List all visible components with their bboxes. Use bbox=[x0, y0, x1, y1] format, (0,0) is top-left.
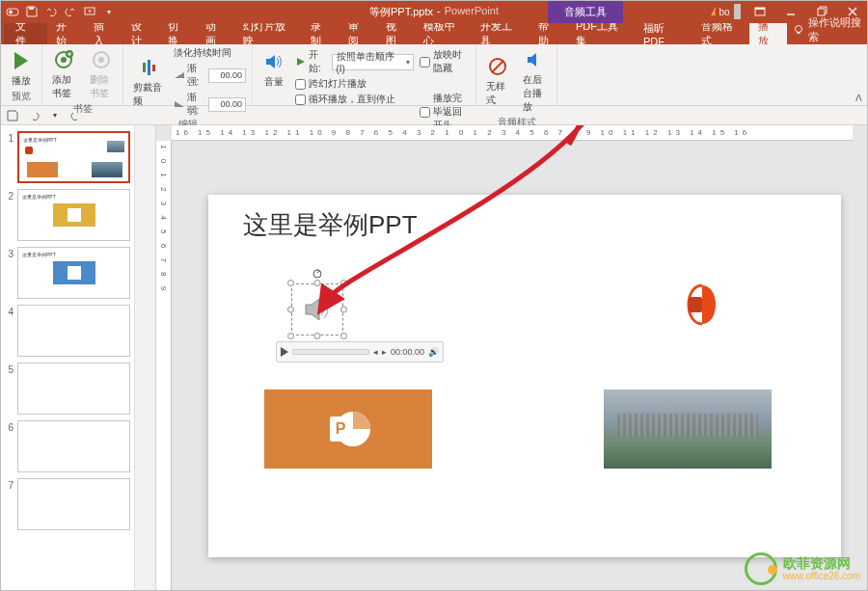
trim-audio-button[interactable]: 剪裁音频 bbox=[129, 54, 170, 110]
autosave-toggle[interactable] bbox=[6, 5, 19, 18]
tab-slideshow[interactable]: 幻灯片放映 bbox=[234, 23, 302, 44]
slide-number: 5 bbox=[4, 363, 14, 415]
tab-insert[interactable]: 插入 bbox=[85, 23, 122, 44]
tab-record[interactable]: 录制 bbox=[302, 23, 339, 44]
tab-design[interactable]: 设计 bbox=[122, 23, 160, 44]
skip-back-icon[interactable]: ◂ bbox=[373, 347, 378, 357]
thumbnail-7[interactable]: 7 bbox=[4, 478, 130, 530]
svg-point-22 bbox=[313, 270, 321, 278]
svg-rect-9 bbox=[818, 9, 825, 15]
avatar bbox=[734, 4, 741, 19]
ribbon-tabs: 文件 开始 插入 设计 切换 动画 幻灯片放映 录制 审阅 视图 模板中心 开发… bbox=[0, 23, 868, 44]
remove-bookmark-button[interactable]: 删除书签 bbox=[86, 46, 118, 102]
slideshow-icon[interactable] bbox=[83, 5, 96, 18]
watermark-title: 欧菲资源网 bbox=[783, 556, 860, 571]
thumbnail-6[interactable]: 6 bbox=[4, 420, 130, 472]
svg-rect-18 bbox=[148, 60, 150, 75]
across-slides-checkbox[interactable]: 跨幻灯片播放 bbox=[295, 77, 414, 91]
filename: 等例PPT.pptx bbox=[369, 5, 433, 19]
thumbnail-4[interactable]: 4 bbox=[4, 305, 130, 357]
seek-track[interactable] bbox=[292, 349, 369, 355]
contextual-tab-audio-tools: 音频工具 bbox=[548, 0, 623, 23]
outline-gutter bbox=[135, 125, 156, 591]
audio-playback-bar[interactable]: ◂ ▸ 00:00.00 🔊 bbox=[276, 341, 444, 363]
rotate-handle-icon[interactable] bbox=[312, 268, 323, 280]
group-audio-styles: 无样式 在后台播放 音频样式 bbox=[476, 44, 557, 105]
hide-checkbox[interactable]: 放映时隐藏 bbox=[420, 48, 470, 75]
bookmark-remove-icon bbox=[90, 48, 113, 71]
tab-pdf[interactable]: PDF工具集 bbox=[567, 23, 635, 44]
watermark: 欧菲资源网 www.office26.com bbox=[745, 552, 860, 585]
fade-title: 淡化持续时间 bbox=[174, 46, 246, 60]
group-audio-options: 音量 开始: 按照单击顺序(I) 跨幻灯片播放 循环播放，直到停止 放映时隐藏 … bbox=[253, 44, 476, 105]
tab-review[interactable]: 审阅 bbox=[339, 23, 377, 44]
group-editing: 剪裁音频 淡化持续时间 渐强: 00.00 渐弱: 00.00 编辑 bbox=[123, 44, 253, 105]
qat-more-icon[interactable]: ▾ bbox=[102, 5, 116, 18]
ribbon-display-icon[interactable] bbox=[745, 0, 775, 23]
quick-access-toolbar: ▾ bbox=[0, 5, 122, 18]
volume-button[interactable]: 音量 bbox=[258, 48, 289, 91]
slide-editor[interactable]: 16 15 14 13 12 11 10 9 8 7 6 5 4 3 2 1 0… bbox=[135, 125, 868, 591]
redo-icon[interactable] bbox=[64, 5, 77, 18]
loop-checkbox[interactable]: 循环播放，直到停止 bbox=[295, 93, 414, 106]
office-logo-icon[interactable] bbox=[679, 282, 725, 328]
ribbon: 播放 预览 添加书签 删除书签 书签 剪裁音频 淡化持续时间 bbox=[0, 44, 868, 106]
svg-rect-19 bbox=[152, 65, 155, 71]
undo-icon[interactable] bbox=[44, 5, 58, 18]
play-button[interactable]: 播放 bbox=[6, 47, 37, 90]
powerpoint-card[interactable]: P bbox=[264, 390, 432, 469]
thumbnail-3[interactable]: 3 这里是举例PPT bbox=[4, 247, 130, 299]
save-icon[interactable] bbox=[25, 5, 39, 18]
svg-point-10 bbox=[796, 26, 802, 33]
warning-icon bbox=[710, 6, 716, 17]
watermark-logo-icon bbox=[745, 552, 777, 585]
svg-point-16 bbox=[98, 57, 104, 63]
thumbnail-2[interactable]: 2 这里是举例PPT bbox=[4, 189, 130, 241]
slide-title[interactable]: 这里是举例PPT bbox=[243, 208, 418, 242]
start-dropdown[interactable]: 按照单击顺序(I) bbox=[332, 54, 414, 70]
tab-file[interactable]: 文件 bbox=[4, 23, 47, 44]
slide-canvas[interactable]: 这里是举例PPT ◂ ▸ 00:00.00 🔊 bbox=[208, 195, 841, 557]
user-account[interactable]: bo bbox=[710, 0, 741, 23]
workspace: 1 这里是举例PPT 2 这里是举例PPT 3 这里是举例PPT 4 5 6 7… bbox=[0, 125, 868, 591]
play-icon[interactable] bbox=[281, 347, 288, 357]
tab-foxit[interactable]: 福昕PDF bbox=[635, 23, 692, 44]
no-style-button[interactable]: 无样式 bbox=[482, 53, 513, 109]
tab-template[interactable]: 模板中心 bbox=[415, 23, 473, 44]
save-icon[interactable] bbox=[6, 109, 19, 122]
undo-icon[interactable] bbox=[27, 109, 41, 122]
slide-number: 4 bbox=[4, 305, 14, 357]
city-image[interactable] bbox=[604, 390, 772, 469]
audio-object-selected[interactable] bbox=[291, 283, 343, 336]
speaker-icon bbox=[302, 294, 333, 325]
tab-animations[interactable]: 动画 bbox=[197, 23, 234, 44]
mute-icon[interactable]: 🔊 bbox=[428, 347, 439, 357]
svg-rect-17 bbox=[143, 63, 146, 72]
tell-me[interactable]: 操作说明搜索 bbox=[793, 15, 868, 44]
collapse-ribbon-icon[interactable]: ᐱ bbox=[855, 93, 862, 103]
thumbnail-5[interactable]: 5 bbox=[4, 363, 130, 415]
fadeout-input[interactable]: 00.00 bbox=[208, 97, 246, 112]
tab-home[interactable]: 开始 bbox=[47, 23, 85, 44]
tab-playback[interactable]: 播放 bbox=[749, 23, 787, 44]
svg-text:P: P bbox=[336, 420, 346, 437]
app-name: PowerPoint bbox=[445, 5, 499, 19]
slide-number: 7 bbox=[4, 478, 14, 530]
tab-transitions[interactable]: 切换 bbox=[159, 23, 197, 44]
svg-point-13 bbox=[61, 57, 67, 63]
tab-developer[interactable]: 开发工具 bbox=[472, 23, 529, 44]
tab-help[interactable]: 帮助 bbox=[529, 23, 567, 44]
thumbnail-1[interactable]: 1 这里是举例PPT bbox=[4, 131, 130, 183]
fadein-input[interactable]: 00.00 bbox=[208, 68, 246, 83]
svg-line-21 bbox=[492, 61, 503, 72]
slide-thumbnails-pane[interactable]: 1 这里是举例PPT 2 这里是举例PPT 3 这里是举例PPT 4 5 6 7 bbox=[0, 125, 135, 591]
background-play-button[interactable]: 在后台播放 bbox=[519, 46, 551, 116]
play-icon bbox=[10, 49, 33, 72]
tab-audio-format[interactable]: 音频格式 bbox=[692, 23, 750, 44]
svg-point-1 bbox=[9, 11, 13, 14]
skip-fwd-icon[interactable]: ▸ bbox=[382, 347, 387, 357]
start-icon bbox=[295, 56, 306, 67]
add-bookmark-button[interactable]: 添加书签 bbox=[48, 46, 80, 102]
group-preview: 播放 预览 bbox=[0, 44, 42, 105]
tab-view[interactable]: 视图 bbox=[377, 23, 415, 44]
